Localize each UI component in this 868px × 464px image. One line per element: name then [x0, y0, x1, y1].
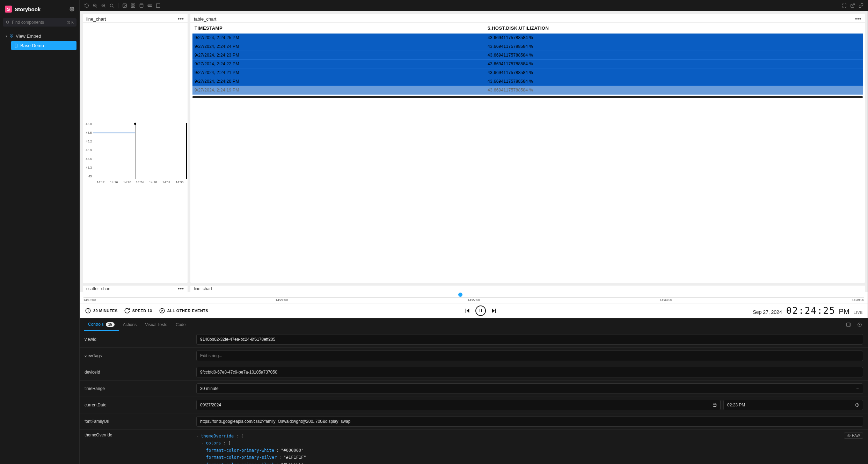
remount-icon[interactable]: [82, 1, 91, 10]
tree-item-view-embed[interactable]: ▾ View Embed: [3, 31, 76, 41]
control-input-fontfamilyurl[interactable]: [196, 416, 863, 427]
svg-text:45.3: 45.3: [86, 166, 92, 169]
svg-text:45.9: 45.9: [86, 148, 92, 152]
panel-title: table_chart: [194, 16, 216, 22]
svg-rect-21: [133, 6, 135, 7]
timeline-ticks: 14:15:00 14:21:00 14:27:00 14:33:00 14:3…: [83, 297, 864, 302]
search-input-wrapper[interactable]: ⌘ K: [3, 18, 76, 27]
pause-button[interactable]: [475, 305, 486, 316]
storybook-logo: S: [5, 6, 12, 13]
svg-rect-57: [495, 309, 496, 313]
gear-icon[interactable]: [70, 7, 74, 12]
svg-rect-18: [131, 3, 133, 5]
zoom-out-icon[interactable]: [99, 1, 108, 10]
tab-code[interactable]: Code: [172, 319, 190, 331]
svg-text:14:36: 14:36: [176, 181, 184, 184]
control-select-timerange[interactable]: 30 minute: [196, 383, 863, 394]
brand: S Storybook: [3, 4, 76, 18]
search-input[interactable]: [12, 20, 67, 25]
svg-point-0: [71, 8, 73, 10]
table-row[interactable]: 9/27/2024, 2:24:22 PM43.66941175788584 %: [192, 60, 863, 68]
zoom-reset-icon[interactable]: [108, 1, 116, 10]
svg-point-14: [110, 4, 113, 7]
svg-rect-55: [481, 309, 482, 312]
tab-controls[interactable]: Controls 15: [84, 318, 119, 331]
clock-date: Sep 27, 2024: [753, 309, 782, 315]
svg-marker-51: [161, 310, 163, 312]
skip-forward-icon[interactable]: [491, 308, 497, 314]
svg-rect-6: [12, 37, 13, 38]
tab-visual-tests[interactable]: Visual Tests: [141, 319, 172, 331]
control-label-deviceid: deviceId: [85, 370, 196, 375]
table-scrollbar[interactable]: [192, 96, 863, 98]
speed-button[interactable]: SPEED 1X: [124, 308, 153, 314]
tab-actions[interactable]: Actions: [119, 319, 141, 331]
clock-ampm: PM: [839, 308, 849, 315]
table-row[interactable]: 9/27/2024, 2:24:19 PM43.66941175788584 %: [192, 86, 863, 95]
grid-icon[interactable]: [129, 1, 137, 10]
addons-eject-icon[interactable]: [844, 321, 853, 329]
table-row[interactable]: 9/27/2024, 2:24:21 PM43.66941175788584 %: [192, 68, 863, 77]
close-icon[interactable]: [855, 321, 864, 329]
table-row[interactable]: 9/27/2024, 2:24:23 PM43.66941175788584 %: [192, 51, 863, 60]
svg-rect-4: [12, 35, 13, 36]
svg-rect-3: [10, 35, 12, 36]
table-row[interactable]: 9/27/2024, 2:24:20 PM43.66941175788584 %: [192, 77, 863, 86]
svg-text:14:32: 14:32: [162, 181, 170, 184]
component-icon: [9, 34, 14, 38]
svg-text:45.6: 45.6: [86, 157, 92, 161]
background-icon[interactable]: [121, 1, 129, 10]
control-input-viewid[interactable]: [196, 334, 863, 345]
skip-back-icon[interactable]: [464, 308, 471, 314]
control-time-input[interactable]: 02:23 PM: [723, 400, 863, 410]
table-header: TIMESTAMP $.HOST.DISK.UTILIZATION: [192, 23, 863, 34]
fullscreen-icon[interactable]: [840, 1, 848, 10]
skip-forward-icon: [159, 308, 165, 314]
table-row[interactable]: 9/27/2024, 2:24:24 PM43.66941175788584 %: [192, 42, 863, 51]
svg-marker-56: [492, 309, 495, 313]
range-button[interactable]: 30 MINUTES: [85, 308, 118, 314]
raw-button[interactable]: RAW: [844, 433, 863, 439]
copy-link-icon[interactable]: [857, 1, 865, 10]
toolbar: [80, 0, 868, 11]
svg-text:14:12: 14:12: [97, 181, 105, 184]
table-row[interactable]: 9/27/2024, 2:24:25 PM43.66941175788584 %: [192, 34, 863, 42]
svg-rect-54: [480, 309, 480, 312]
panel-menu-icon[interactable]: •••: [178, 286, 184, 292]
svg-text:46.5: 46.5: [86, 131, 92, 134]
panel-menu-icon[interactable]: •••: [855, 16, 861, 22]
control-label-currentdate: currentDate: [85, 403, 196, 407]
control-bar: 30 MINUTES SPEED 1X ALL OTHER EVENTS: [80, 303, 868, 318]
tree-label: Base Demo: [20, 43, 44, 48]
svg-marker-52: [467, 309, 469, 313]
viewport-icon[interactable]: [137, 1, 146, 10]
addon-tabs: Controls 15 Actions Visual Tests Code: [80, 318, 868, 331]
panel-title: scatter_chart: [86, 286, 110, 291]
events-button[interactable]: ALL OTHER EVENTS: [159, 308, 209, 314]
live-label[interactable]: LIVE: [854, 310, 863, 315]
svg-text:46.8: 46.8: [86, 122, 92, 126]
eye-icon: [847, 434, 851, 437]
control-input-deviceid[interactable]: [196, 367, 863, 377]
control-input-viewtags[interactable]: [196, 351, 863, 361]
svg-rect-22: [140, 3, 143, 7]
outline-icon[interactable]: [154, 1, 162, 10]
svg-line-2: [9, 23, 9, 24]
svg-point-40: [134, 123, 136, 125]
svg-line-8: [96, 6, 97, 7]
measure-icon[interactable]: [146, 1, 154, 10]
open-new-tab-icon[interactable]: [848, 1, 857, 10]
timeline-knob[interactable]: [458, 293, 462, 297]
timeline[interactable]: 14:15:00 14:21:00 14:27:00 14:33:00 14:3…: [80, 292, 868, 303]
search-icon: [6, 20, 10, 24]
zoom-in-icon[interactable]: [91, 1, 99, 10]
tree-item-base-demo[interactable]: Base Demo: [11, 41, 76, 50]
control-label-viewid: viewId: [85, 337, 196, 342]
panel-title: line_chart: [194, 286, 212, 291]
clock-icon: [85, 308, 91, 314]
json-tree[interactable]: -themeOverride: { -colors: { formant-col…: [196, 433, 844, 464]
panel-menu-icon[interactable]: •••: [178, 16, 184, 22]
sidebar: S Storybook ⌘ K ▾ View Embed Base Demo: [0, 0, 80, 464]
control-date-input[interactable]: 09/27/2024: [196, 400, 721, 410]
svg-point-1: [6, 21, 9, 23]
